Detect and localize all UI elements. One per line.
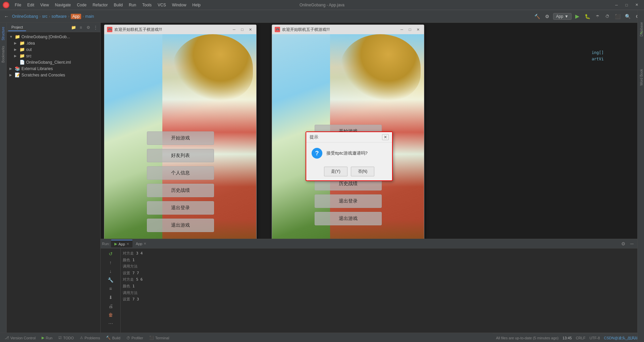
menu-edit[interactable]: Edit: [24, 2, 37, 8]
menu-view[interactable]: View: [38, 2, 52, 8]
terminal-tab[interactable]: ⬛ Terminal: [147, 334, 172, 341]
game-window-1-close[interactable]: ✕: [247, 26, 254, 33]
logout-btn-1[interactable]: 退出登录: [147, 201, 214, 215]
tree-item-out[interactable]: ▶ 📁 out: [7, 46, 100, 53]
start-game-btn-1[interactable]: 开始游戏: [147, 131, 214, 145]
menu-code[interactable]: Code: [74, 2, 89, 8]
game-window-1: 🎮 欢迎开始联机五子棋游戏!!! ─ □ ✕: [104, 24, 257, 239]
menu-build[interactable]: Build: [111, 2, 125, 8]
scroll-up-button[interactable]: ↑: [107, 259, 115, 267]
more-icon[interactable]: ⋯: [107, 320, 115, 328]
bottom-tab-app2-close[interactable]: ✕: [144, 242, 146, 245]
problems-tab[interactable]: ⚠ Problems: [77, 334, 103, 341]
breadcrumb-item-4[interactable]: main: [85, 14, 94, 19]
tree-item-scratches[interactable]: ▶ 📝 Scratches and Consoles: [7, 72, 100, 78]
close-button[interactable]: ✕: [632, 1, 641, 9]
game-window-2-restore[interactable]: □: [407, 26, 413, 33]
bottom-tab-app1-close[interactable]: ✕: [126, 242, 129, 246]
restore-button[interactable]: □: [622, 1, 631, 9]
menu-run[interactable]: Run: [126, 2, 139, 8]
stop-button[interactable]: ⬛: [613, 12, 622, 21]
game-window-1-restore[interactable]: □: [239, 26, 246, 33]
editor-area: ing[] artVi 🎮 欢迎开始联机五子棋游戏!!! ─ □ ✕: [101, 23, 637, 239]
format-icon[interactable]: ≡: [107, 285, 115, 293]
breadcrumb-item-3[interactable]: App: [71, 14, 81, 19]
tree-item-src[interactable]: ▶ 📁 src: [7, 53, 100, 59]
breadcrumb-item-2[interactable]: software: [51, 14, 66, 19]
breadcrumb-item-1[interactable]: src: [42, 14, 47, 19]
build-tab[interactable]: 🔨 Build: [103, 334, 123, 341]
debug-button[interactable]: 🐛: [583, 12, 592, 21]
menu-vcs[interactable]: VCS: [155, 2, 169, 8]
project-tab[interactable]: Project: [8, 24, 26, 31]
outer-layout: Structure Bookmarks Project 📁 ≡ ⚙ ⋮ ▼ 📁 …: [0, 23, 644, 333]
print-icon[interactable]: 🖨: [107, 302, 115, 310]
hide-panel-icon[interactable]: ─: [628, 240, 636, 248]
history-btn-1[interactable]: 历史战绩: [147, 184, 214, 197]
project-panel: Project 📁 ≡ ⚙ ⋮ ▼ 📁 OnlineGobang [OnlinG…: [7, 23, 101, 333]
menu-file[interactable]: File: [12, 2, 24, 8]
hammer-icon[interactable]: 🔨: [533, 12, 542, 21]
structure-side-button[interactable]: Structure: [1, 24, 6, 43]
profiler-label: Profiler: [131, 336, 143, 340]
tree-item-root[interactable]: ▼ 📁 OnlineGobang [OnlinGob...: [7, 34, 100, 40]
menu-refactor[interactable]: Refactor: [90, 2, 110, 8]
more-options-icon[interactable]: ⋮: [92, 24, 99, 31]
status-charset[interactable]: UTF-8: [589, 336, 600, 340]
log-line-8: 设置 7 3: [123, 296, 635, 302]
game-window-2-minimize[interactable]: ─: [398, 26, 405, 33]
app-config-dropdown[interactable]: App ▼: [553, 13, 572, 20]
dialog-yes-button[interactable]: 是(Y): [324, 167, 347, 176]
personal-info-btn-1[interactable]: 个人信息: [147, 166, 214, 180]
status-crlf[interactable]: CRLF: [576, 336, 586, 340]
app-logo: [3, 2, 9, 8]
tree-item-idea[interactable]: ▶ 📁 .idea: [7, 40, 100, 46]
bottom-tab-app2[interactable]: App ✕: [132, 240, 150, 247]
menu-window[interactable]: Window: [169, 2, 189, 8]
friends-list-btn-1[interactable]: 好友列表: [147, 149, 214, 162]
log-line-2: 颜色 1: [123, 257, 635, 263]
menu-navigate[interactable]: Navigate: [52, 2, 73, 8]
dialog-close-button[interactable]: ✕: [382, 134, 389, 140]
exit-btn-1[interactable]: 退出游戏: [147, 219, 214, 232]
tree-item-iml[interactable]: 📄 OnlineGobang_Client.iml: [7, 59, 100, 65]
back-button[interactable]: ←: [2, 12, 11, 21]
game-window-1-minimize[interactable]: ─: [231, 26, 237, 33]
rerun-button[interactable]: ↺: [107, 250, 115, 258]
dialog-no-button[interactable]: 否(N): [351, 167, 375, 176]
status-git[interactable]: CSDN@凌头_战风味: [604, 336, 639, 341]
tree-item-external[interactable]: ▶ 📚 External Libraries: [7, 65, 100, 72]
settings-icon[interactable]: ⚙: [543, 12, 552, 21]
menu-help[interactable]: Help: [190, 2, 203, 8]
collapse-all-icon[interactable]: ≡: [77, 24, 84, 31]
settings-icon[interactable]: ⚙: [619, 240, 627, 248]
version-control-tab[interactable]: ⎇ Version Control: [2, 334, 38, 341]
settings-icon[interactable]: ⚙: [85, 24, 92, 31]
bottom-tab-app1[interactable]: ▶ App ✕: [111, 240, 132, 247]
search-icon[interactable]: 🔍: [623, 12, 632, 21]
run-button[interactable]: ▶: [573, 12, 582, 21]
scroll-down-button[interactable]: ↓: [107, 267, 115, 275]
coverage-button[interactable]: ☂: [593, 12, 602, 21]
minimize-button[interactable]: ─: [612, 1, 621, 9]
wrench-icon[interactable]: 🔧: [107, 276, 115, 284]
trash-icon[interactable]: 🗑: [107, 311, 115, 319]
todo-tab[interactable]: ☑ TODO: [56, 334, 76, 341]
bookmarks-side-button[interactable]: Bookmarks: [1, 43, 6, 65]
dialog-footer: 是(Y) 否(N): [306, 164, 392, 180]
menu-tools[interactable]: Tools: [140, 2, 154, 8]
scroll-end-icon[interactable]: ⬇: [107, 293, 115, 301]
profiler-tab[interactable]: ⏱ Profiler: [124, 335, 146, 341]
new-folder-icon[interactable]: 📁: [70, 24, 77, 31]
profile-button[interactable]: ⏱: [603, 12, 612, 21]
run-tab[interactable]: ▶ Run: [39, 334, 55, 341]
game-window-1-controls: ─ □ ✕: [231, 26, 254, 33]
game-window-2-close[interactable]: ✕: [415, 26, 421, 33]
breadcrumb-item-0[interactable]: OnlineGobang: [12, 14, 38, 19]
run-controls: ↺ ↑ ↓ 🔧 ≡ ⬇ 🖨 🗑 ⋯: [101, 248, 121, 333]
toolbar: ← OnlineGobang › src › software › App › …: [0, 10, 644, 23]
toolbar-right: 🔨 ⚙ App ▼ ▶ 🐛 ☂ ⏱ ⬛ 🔍 ⚙: [533, 12, 642, 21]
word-book-tab[interactable]: Word Book: [639, 67, 644, 88]
sync-indicator: ✓: [639, 30, 644, 36]
bottom-panel-controls: ⚙ ─: [619, 240, 636, 248]
